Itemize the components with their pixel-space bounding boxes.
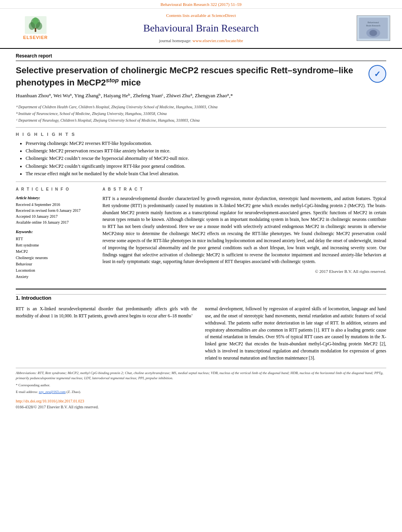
elsevier-logo-section: ELSEVIER <box>12 16 59 41</box>
issn-line: 0166-4328/© 2017 Elsevier B.V. All right… <box>16 404 386 410</box>
article-info-column: A R T I C L E I N F O Article history: R… <box>16 187 95 284</box>
introduction-section: 1. Introduction RTT is an X-linked neuro… <box>16 294 386 410</box>
svg-point-5 <box>33 17 38 24</box>
abstract-heading: A B S T R A C T <box>102 187 386 192</box>
introduction-columns: RTT is an X-linked neurodevelopmental di… <box>16 306 386 362</box>
corresponding-label: * Corresponding author. <box>16 383 50 387</box>
keyword-7: Anxiety <box>16 274 95 280</box>
footnotes-section: Abbreviations: RTT, Rett syndrome; MeCP2… <box>16 368 386 410</box>
keyword-6: Locomotion <box>16 267 95 274</box>
divider-before-intro <box>16 289 386 289</box>
section-number: 1. <box>16 295 20 301</box>
svg-text:Behavioural: Behavioural <box>368 22 379 24</box>
doi-link[interactable]: http://dx.doi.org/10.1016/j.bbr.2017.01.… <box>16 399 84 403</box>
homepage-url[interactable]: www.elsevier.com/locate/bbr <box>192 38 243 43</box>
keyword-5: Behaviour <box>16 261 95 267</box>
affiliation-c: ᶜ Department of Neurology, Children’s Ho… <box>16 117 386 123</box>
abbreviations-label: Abbreviations: <box>16 371 37 375</box>
svg-text:Brain Research: Brain Research <box>366 25 380 27</box>
affiliation-b-text: ᵇ Institute of Neuroscience, School of M… <box>16 111 167 116</box>
doi-line: http://dx.doi.org/10.1016/j.bbr.2017.01.… <box>16 398 386 404</box>
highlights-list: Preserving cholinergic MeCP2 reverses RT… <box>16 140 386 178</box>
affiliation-a-text: ᵃ Department of Children Health Care, Ch… <box>16 105 218 109</box>
affiliation-b: ᵇ Institute of Neuroscience, School of M… <box>16 111 386 117</box>
divider-after-highlights <box>16 182 386 182</box>
highlights-heading: H I G H L I G H T S <box>16 132 386 137</box>
journal-cover-thumbnail: Behavioural Brain Research <box>357 15 390 41</box>
introduction-heading: 1. Introduction <box>16 295 386 302</box>
journal-reference: Behavioural Brain Research 322 (2017) 51… <box>160 2 242 7</box>
journal-cover-image-icon: Behavioural Brain Research <box>357 15 390 41</box>
corresponding-author-note: * Corresponding author. <box>16 383 386 388</box>
article-title-section: Selective preservation of cholinergic Me… <box>16 65 386 89</box>
svg-rect-4 <box>35 28 36 32</box>
article-history-label: Article history: <box>16 195 95 201</box>
highlight-item-4: Cholinergic MeCP2 couldn’t significantly… <box>26 163 386 170</box>
sciencedirect-link: Contents lists available at ScienceDirec… <box>59 13 343 19</box>
elsevier-branding: ELSEVIER <box>12 16 59 41</box>
intro-right-text: normal development, followed by regressi… <box>205 306 386 362</box>
article-title-text: Selective preservation of cholinergic Me… <box>16 65 353 87</box>
crossmark-icon: ✓ <box>368 65 386 83</box>
email-note: E-mail address: zzy_ees@163.com (Z. Zhao… <box>16 389 386 395</box>
available-online-date: Available online 16 January 2017 <box>16 219 95 225</box>
divider-after-affiliations <box>16 127 386 128</box>
highlight-item-5: The rescue effect might not be mediated … <box>26 170 386 178</box>
keywords-label: Keywords: <box>16 229 95 235</box>
received-revised-date: Received in revised form 6 January 2017 <box>16 208 95 213</box>
article-history: Article history: Received 4 September 20… <box>16 195 95 225</box>
crossmark-badge[interactable]: ✓ <box>368 65 386 83</box>
email-person: (Z. Zhao). <box>67 390 81 394</box>
abbreviations-note: Abbreviations: RTT, Rett syndrome; MeCP2… <box>16 371 386 381</box>
abbreviations-text: RTT, Rett syndrome; MeCP2, methyl CpG-bi… <box>16 371 383 380</box>
svg-point-11 <box>369 30 377 36</box>
author-email[interactable]: zzy_ees@163.com <box>39 390 65 394</box>
section-title: Introduction <box>21 295 51 301</box>
authors-line: Huanhuan Zhouᵃ, Wei Wuᵃ, Ying Zhangᵇ, Ha… <box>16 92 386 100</box>
affiliation-a: ᵃ Department of Children Health Care, Ch… <box>16 104 386 110</box>
keyword-2: Rett syndrome <box>16 242 95 248</box>
article-title: Selective preservation of cholinergic Me… <box>16 65 363 89</box>
received-date: Received 4 September 2016 <box>16 202 95 208</box>
journal-info-center: Contents lists available at ScienceDirec… <box>59 13 343 44</box>
article-title-suffix: mice <box>119 78 141 87</box>
elsevier-leaf-logo-icon <box>25 16 47 34</box>
keyword-4: Cholinergic neurons <box>16 255 95 261</box>
keyword-1: RTT <box>16 236 95 242</box>
article-type-label: Research report <box>16 53 386 61</box>
article-info-heading: A R T I C L E I N F O <box>16 187 95 192</box>
highlight-item-1: Preserving cholinergic MeCP2 reverses RT… <box>26 140 386 147</box>
intro-right-column: normal development, followed by regressi… <box>205 306 386 362</box>
sciencedirect-text[interactable]: ScienceDirect <box>212 13 236 18</box>
highlight-item-3: Cholinergic MeCP2 couldn’t rescue the hy… <box>26 155 386 162</box>
journal-homepage: journal homepage: www.elsevier.com/locat… <box>59 38 343 44</box>
email-label: E-mail address: <box>16 390 38 394</box>
title-superscript: stop <box>106 77 119 83</box>
page: Behavioural Brain Research 322 (2017) 51… <box>0 0 402 532</box>
elsevier-name: ELSEVIER <box>23 35 48 41</box>
abstract-text: RTT is a neurodevelopmental disorder cha… <box>102 195 386 265</box>
copyright-notice: © 2017 Elsevier B.V. All rights reserved… <box>102 269 386 274</box>
keyword-3: MeCP2 <box>16 248 95 255</box>
journal-reference-bar: Behavioural Brain Research 322 (2017) 51… <box>0 0 402 9</box>
highlights-section: H I G H L I G H T S Preserving cholinerg… <box>16 132 386 178</box>
journal-thumbnail-section: Behavioural Brain Research <box>343 15 390 41</box>
highlight-item-2: Cholinergic MeCP2 preservation rescues R… <box>26 147 386 155</box>
intro-left-column: RTT is an X-linked neurodevelopmental di… <box>16 306 197 362</box>
journal-header: ELSEVIER Contents lists available at Sci… <box>0 9 402 48</box>
keywords-group: Keywords: RTT Rett syndrome MeCP2 Cholin… <box>16 229 95 280</box>
article-info-abstract-columns: A R T I C L E I N F O Article history: R… <box>16 187 386 284</box>
affiliation-c-text: ᶜ Department of Neurology, Children’s Ho… <box>16 118 199 122</box>
journal-title: Behavioural Brain Research <box>59 21 343 35</box>
accepted-date: Accepted 10 January 2017 <box>16 213 95 219</box>
affiliations-section: ᵃ Department of Children Health Care, Ch… <box>16 104 386 123</box>
main-content: Research report Selective preservation o… <box>0 49 402 418</box>
keywords-list: RTT Rett syndrome MeCP2 Cholinergic neur… <box>16 236 95 280</box>
abstract-column: A B S T R A C T RTT is a neurodevelopmen… <box>102 187 386 284</box>
intro-left-text: RTT is an X-linked neurodevelopmental di… <box>16 306 197 320</box>
